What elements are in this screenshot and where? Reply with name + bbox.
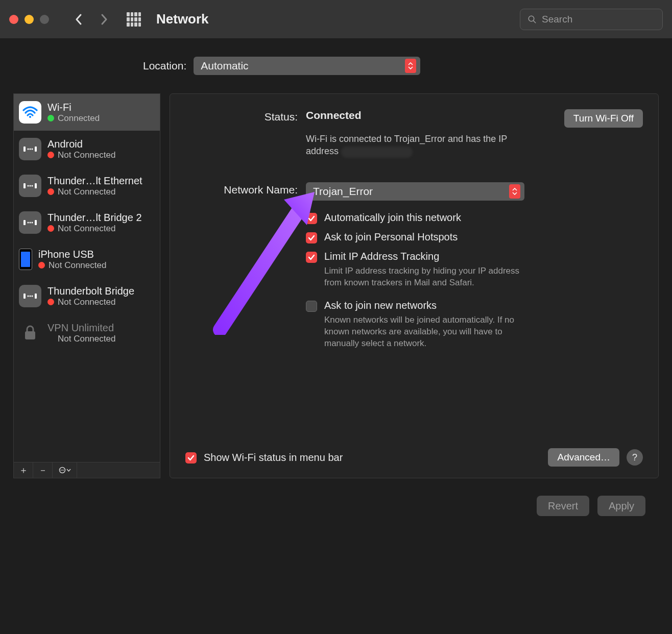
sidebar-footer: ＋ － (13, 462, 160, 478)
show-menubar-checkbox[interactable] (185, 452, 197, 464)
sidebar-item-wifi[interactable]: Wi-Fi Connected (14, 94, 160, 131)
location-select[interactable]: Automatic (194, 57, 420, 75)
forward-button[interactable] (94, 9, 114, 30)
location-value: Automatic (201, 60, 248, 72)
svg-point-17 (32, 222, 33, 224)
location-label: Location: (143, 60, 186, 72)
advanced-button[interactable]: Advanced… (548, 448, 619, 467)
svg-point-12 (32, 185, 33, 187)
status-dot-connected (47, 115, 54, 121)
svg-point-26 (62, 470, 63, 471)
svg-rect-8 (23, 183, 26, 188)
limit-ip-checkbox[interactable] (306, 252, 317, 263)
sidebar-item-iphone-usb[interactable]: iPhone USB Not Connected (14, 241, 160, 278)
apply-button[interactable]: Apply (597, 496, 645, 516)
turn-wifi-off-button[interactable]: Turn Wi-Fi Off (564, 109, 643, 128)
ask-new-networks-description: Known networks will be joined automatica… (324, 314, 529, 350)
auto-join-checkbox[interactable] (306, 213, 317, 224)
search-placeholder: Search (542, 14, 572, 25)
svg-point-6 (30, 149, 31, 150)
wifi-icon (19, 101, 41, 124)
search-icon (527, 15, 537, 24)
sidebar-item-thunderbolt-bridge[interactable]: Thunderbolt Bridge Not Connected (14, 278, 160, 314)
svg-point-5 (28, 149, 29, 150)
select-stepper-icon (405, 59, 416, 73)
location-row: Location: Automatic (143, 57, 659, 75)
status-description: Wi-Fi is connected to Trojan_Error and h… (306, 133, 525, 158)
ask-new-networks-checkbox[interactable] (306, 301, 317, 312)
sidebar-item-status: Not Connected (58, 187, 115, 197)
svg-point-2 (29, 116, 31, 118)
svg-rect-14 (35, 220, 37, 225)
status-dot-none (47, 335, 54, 342)
status-label: Status: (185, 109, 298, 158)
svg-rect-9 (35, 183, 37, 188)
svg-point-22 (32, 296, 33, 297)
iphone-icon (19, 249, 32, 270)
bottom-buttons: Revert Apply (13, 478, 659, 516)
add-interface-button[interactable]: ＋ (14, 462, 33, 478)
show-menubar-label: Show Wi-Fi status in menu bar (204, 452, 343, 464)
sidebar-item-android[interactable]: Android Not Connected (14, 131, 160, 167)
minimize-button[interactable] (25, 15, 34, 24)
window-title: Network (156, 11, 209, 27)
detail-panel: Status: Connected Turn Wi-Fi Off Wi-Fi i… (170, 93, 659, 478)
sidebar-item-thunderbolt-ethernet[interactable]: Thunder…lt Ethernet Not Connected (14, 167, 160, 204)
status-dot-disconnected (47, 225, 54, 232)
network-bridge-icon (19, 211, 41, 234)
sidebar-item-label: Thunder…lt Ethernet (47, 175, 142, 187)
sidebar-item-label: Android (47, 138, 115, 150)
sidebar-item-label: Thunder…lt Bridge 2 (47, 212, 142, 224)
svg-rect-3 (23, 147, 26, 152)
svg-point-20 (28, 296, 29, 297)
limit-ip-label: Limit IP Address Tracking (324, 251, 529, 262)
sidebar-item-status: Not Connected (58, 150, 115, 160)
sidebar-item-status: Not Connected (49, 260, 106, 271)
svg-rect-19 (35, 294, 37, 299)
sidebar-item-label: iPhone USB (38, 249, 106, 260)
svg-rect-18 (23, 294, 26, 299)
sidebar-item-label: Wi-Fi (47, 102, 100, 113)
select-stepper-icon (509, 184, 520, 199)
sidebar-item-label: VPN Unlimited (47, 322, 115, 334)
network-bridge-icon (19, 285, 41, 307)
revert-button[interactable]: Revert (537, 496, 589, 516)
auto-join-label: Automatically join this network (324, 212, 461, 224)
network-name-select[interactable]: Trojan_Error (306, 182, 524, 201)
show-all-prefs-button[interactable] (127, 12, 141, 27)
remove-interface-button[interactable]: － (33, 462, 53, 478)
maximize-button[interactable] (40, 15, 49, 24)
limit-ip-description: Limit IP address tracking by hiding your… (324, 265, 529, 289)
svg-point-27 (63, 470, 64, 471)
status-dot-disconnected (47, 299, 54, 305)
network-bridge-icon (19, 138, 41, 160)
status-value: Connected (306, 109, 362, 121)
traffic-lights (9, 15, 49, 24)
sidebar-item-thunderbolt-bridge-2[interactable]: Thunder…lt Bridge 2 Not Connected (14, 204, 160, 241)
status-dot-disconnected (47, 188, 54, 195)
back-button[interactable] (68, 9, 89, 30)
interface-options-button[interactable] (53, 462, 77, 478)
interface-sidebar: Wi-Fi Connected Android Not Connected (13, 93, 160, 462)
close-button[interactable] (9, 15, 18, 24)
svg-rect-23 (25, 331, 35, 339)
ip-address-redacted (341, 147, 413, 158)
search-field[interactable]: Search (520, 9, 663, 30)
svg-point-10 (28, 185, 29, 187)
sidebar-item-status: Not Connected (58, 334, 115, 344)
help-button[interactable]: ? (627, 449, 643, 466)
svg-rect-13 (23, 220, 26, 225)
svg-point-11 (30, 185, 31, 187)
status-dot-disconnected (47, 152, 54, 158)
sidebar-item-vpn-unlimited[interactable]: VPN Unlimited Not Connected (14, 314, 160, 351)
network-name-value: Trojan_Error (313, 185, 373, 198)
personal-hotspots-checkbox[interactable] (306, 232, 317, 243)
svg-point-15 (28, 222, 29, 224)
svg-point-7 (32, 149, 33, 150)
sidebar-item-status: Not Connected (58, 297, 115, 307)
network-name-label: Network Name: (185, 182, 298, 350)
sidebar-item-status: Connected (58, 113, 100, 124)
sidebar-item-status: Not Connected (58, 224, 115, 234)
status-dot-disconnected (38, 262, 45, 269)
lock-icon (19, 322, 41, 344)
